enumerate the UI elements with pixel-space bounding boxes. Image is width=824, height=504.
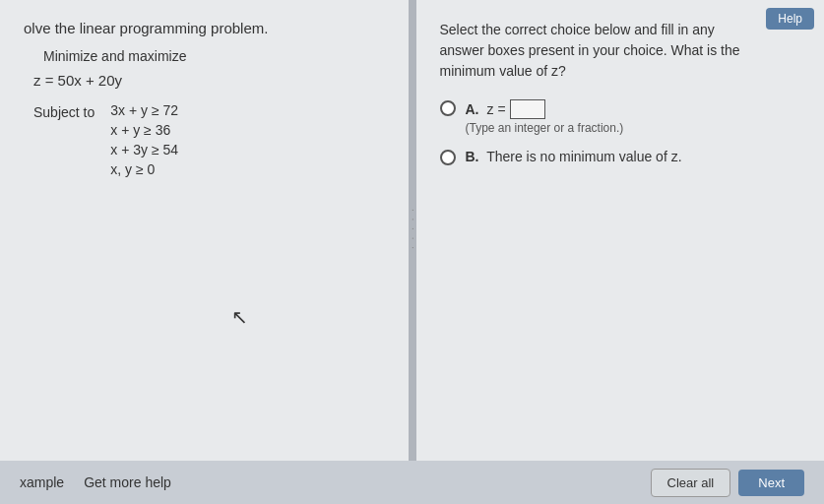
- question-line3: minimum value of z?: [440, 63, 566, 79]
- next-button[interactable]: Next: [738, 470, 804, 496]
- left-panel: olve the linear programming problem. Min…: [0, 0, 411, 461]
- right-panel: Select the correct choice below and fill…: [416, 0, 825, 461]
- answer-input-box[interactable]: [510, 99, 545, 119]
- option-b-row: B. There is no minimum value of z.: [440, 149, 801, 165]
- constraints-list: 3x + y ≥ 72 x + y ≥ 36 x + 3y ≥ 54 x, y …: [110, 102, 178, 177]
- problem-title: olve the linear programming problem.: [24, 20, 385, 36]
- get-more-help-link[interactable]: Get more help: [84, 474, 171, 490]
- constraints-block: Subject to 3x + y ≥ 72 x + y ≥ 36 x + 3y…: [33, 102, 385, 177]
- question-line1: Select the correct choice below and fill…: [440, 22, 715, 37]
- option-b-text: There is no minimum value of z.: [486, 149, 681, 164]
- constraint-1: 3x + y ≥ 72: [110, 102, 178, 118]
- option-a-label: A.: [466, 101, 479, 117]
- option-a-radio[interactable]: [440, 100, 456, 116]
- type-hint: (Type an integer or a fraction.): [466, 121, 624, 135]
- bottom-right-buttons: Clear all Next: [651, 469, 804, 497]
- question-line2: answer boxes present in your choice. Wha…: [440, 42, 740, 58]
- option-b-label: B.: [466, 149, 479, 164]
- subject-to-label: Subject to: [33, 102, 95, 177]
- constraint-2: x + y ≥ 36: [110, 122, 178, 138]
- bottom-left-links: xample Get more help: [20, 474, 171, 490]
- option-a-row: A. z = (Type an integer or a fraction.): [440, 99, 801, 135]
- help-button[interactable]: Help: [766, 8, 814, 30]
- objective-function: z = 50x + 20y: [33, 72, 385, 89]
- option-b-radio[interactable]: [440, 150, 456, 165]
- main-content: olve the linear programming problem. Min…: [0, 0, 824, 461]
- option-a-content: A. z = (Type an integer or a fraction.): [466, 99, 624, 135]
- bottom-bar: xample Get more help Clear all Next: [0, 461, 824, 504]
- right-question: Select the correct choice below and fill…: [440, 20, 801, 82]
- constraint-3: x + 3y ≥ 54: [110, 142, 178, 158]
- option-b-content: B. There is no minimum value of z.: [466, 149, 682, 164]
- constraint-4: x, y ≥ 0: [110, 161, 178, 177]
- example-link[interactable]: xample: [20, 474, 64, 490]
- option-a-text: z =: [487, 101, 506, 117]
- minimize-label: Minimize and maximize: [43, 48, 385, 64]
- clear-all-button[interactable]: Clear all: [651, 469, 731, 497]
- option-a-expression: A. z =: [466, 99, 545, 119]
